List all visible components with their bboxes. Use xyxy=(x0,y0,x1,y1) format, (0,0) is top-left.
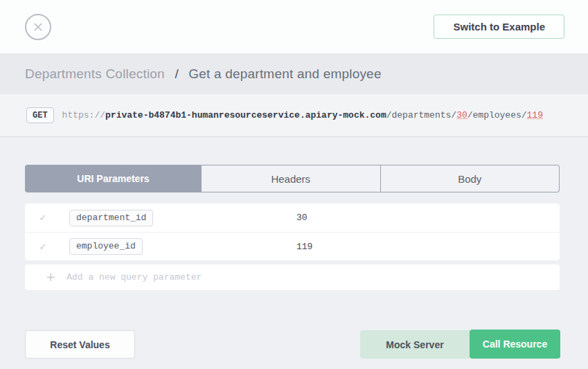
add-query-parameter-row[interactable]: + Add a new query parameter xyxy=(25,264,560,290)
close-icon[interactable] xyxy=(25,14,51,40)
add-query-parameter-label: Add a new query parameter xyxy=(66,272,202,282)
plus-icon: + xyxy=(46,271,55,283)
http-method-badge: GET xyxy=(26,107,54,123)
check-icon[interactable]: ✓ xyxy=(37,213,48,223)
url-param-department-id[interactable]: 30 xyxy=(456,110,467,120)
check-icon[interactable]: ✓ xyxy=(37,242,48,252)
breadcrumb-separator: / xyxy=(175,66,178,81)
url-path-employees: /employees/ xyxy=(467,110,527,120)
param-value-field[interactable]: 30 xyxy=(296,204,308,232)
close-x-glyph xyxy=(31,20,45,34)
param-name-tag[interactable]: department_id xyxy=(69,210,153,226)
param-value-field[interactable]: 119 xyxy=(296,233,312,261)
breadcrumb-action-title: Get a department and employee xyxy=(188,66,381,81)
tab-body[interactable]: Body xyxy=(380,165,560,192)
url-scheme: https:// xyxy=(62,110,105,120)
request-url-band: GET https://private-b4874b1-humanresourc… xyxy=(0,94,588,137)
param-name-tag[interactable]: employee_id xyxy=(69,238,143,255)
tab-headers[interactable]: Headers xyxy=(202,165,380,192)
url-param-employee-id[interactable]: 119 xyxy=(527,110,543,120)
param-row-employee-id: ✓ employee_id 119 xyxy=(25,232,560,260)
mock-server-button[interactable]: Mock Server xyxy=(360,330,470,359)
top-bar: Switch to Example xyxy=(0,0,588,53)
reset-values-button[interactable]: Reset Values xyxy=(25,330,135,359)
call-resource-button[interactable]: Call Resource xyxy=(470,330,560,359)
breadcrumb-collection[interactable]: Departments Collection xyxy=(25,66,165,81)
url-path-departments: /departments/ xyxy=(386,110,456,120)
switch-to-example-button[interactable]: Switch to Example xyxy=(434,15,564,39)
inactive-tab-group: Headers Body xyxy=(202,165,560,192)
request-tabs: URI Parameters Headers Body xyxy=(25,165,560,192)
breadcrumb: Departments Collection / Get a departmen… xyxy=(25,66,382,82)
tab-uri-parameters[interactable]: URI Parameters xyxy=(25,165,202,192)
url-host: private-b4874b1-humanresourceservice.api… xyxy=(105,110,386,120)
param-row-department-id: ✓ department_id 30 xyxy=(25,204,560,232)
uri-parameters-card: ✓ department_id 30 ✓ employee_id 119 xyxy=(25,204,560,260)
request-url: https://private-b4874b1-humanresourceser… xyxy=(62,110,543,120)
breadcrumb-band: Departments Collection / Get a departmen… xyxy=(0,53,588,94)
